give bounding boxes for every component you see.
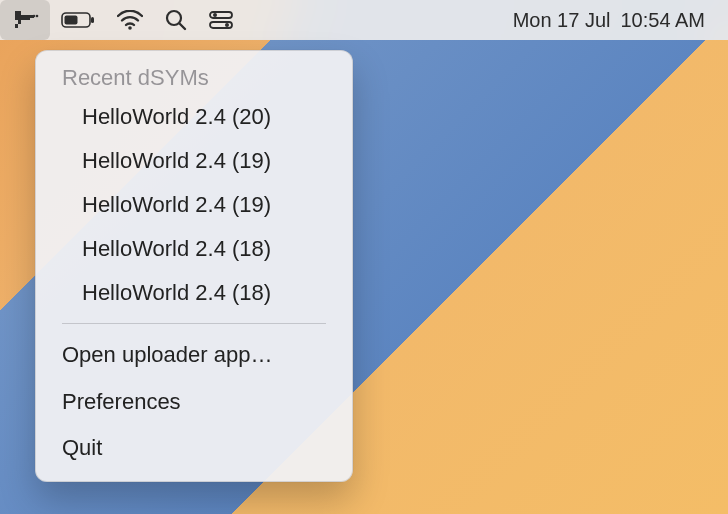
recent-dsym-item[interactable]: HelloWorld 2.4 (18) (36, 227, 352, 271)
action-label: Quit (62, 435, 102, 460)
quit-action[interactable]: Quit (36, 425, 352, 471)
recent-dsym-label: HelloWorld 2.4 (20) (82, 104, 271, 129)
svg-point-0 (33, 15, 36, 18)
dropdown-separator (62, 323, 326, 324)
action-label: Preferences (62, 389, 181, 414)
svg-point-9 (213, 13, 217, 17)
svg-rect-3 (65, 16, 78, 25)
menubar-control-center[interactable] (198, 0, 244, 40)
menubar-battery[interactable] (50, 0, 106, 40)
recent-dsym-item[interactable]: HelloWorld 2.4 (18) (36, 271, 352, 315)
recent-dsym-item[interactable]: HelloWorld 2.4 (19) (36, 139, 352, 183)
menubar-search[interactable] (154, 0, 198, 40)
action-label: Open uploader app… (62, 342, 272, 367)
menubar-datetime[interactable]: Mon 17 Jul 10:54 AM (502, 0, 716, 40)
menubar-date: Mon 17 Jul (513, 9, 611, 32)
recent-dsym-item[interactable]: HelloWorld 2.4 (19) (36, 183, 352, 227)
sentry-icon (11, 9, 39, 31)
wifi-icon (117, 10, 143, 30)
svg-point-11 (225, 23, 229, 27)
svg-rect-4 (91, 17, 94, 23)
svg-point-5 (128, 26, 132, 30)
preferences-action[interactable]: Preferences (36, 379, 352, 425)
menubar-wifi[interactable] (106, 0, 154, 40)
battery-icon (61, 12, 95, 28)
recent-dsym-label: HelloWorld 2.4 (18) (82, 280, 271, 305)
app-dropdown-menu: Recent dSYMs HelloWorld 2.4 (20) HelloWo… (35, 50, 353, 482)
open-uploader-action[interactable]: Open uploader app… (36, 332, 352, 378)
menubar-app-icon[interactable] (0, 0, 50, 40)
recent-dsym-label: HelloWorld 2.4 (18) (82, 236, 271, 261)
recent-dsym-label: HelloWorld 2.4 (19) (82, 192, 271, 217)
menubar-time: 10:54 AM (620, 9, 705, 32)
control-center-icon (209, 10, 233, 30)
search-icon (165, 9, 187, 31)
recent-dsym-label: HelloWorld 2.4 (19) (82, 148, 271, 173)
dropdown-section-header: Recent dSYMs (36, 59, 352, 95)
recent-dsym-item[interactable]: HelloWorld 2.4 (20) (36, 95, 352, 139)
menubar: Mon 17 Jul 10:54 AM (0, 0, 728, 40)
svg-line-7 (180, 24, 186, 30)
desktop-wallpaper: Mon 17 Jul 10:54 AM Recent dSYMs HelloWo… (0, 0, 728, 514)
svg-point-1 (36, 15, 39, 18)
